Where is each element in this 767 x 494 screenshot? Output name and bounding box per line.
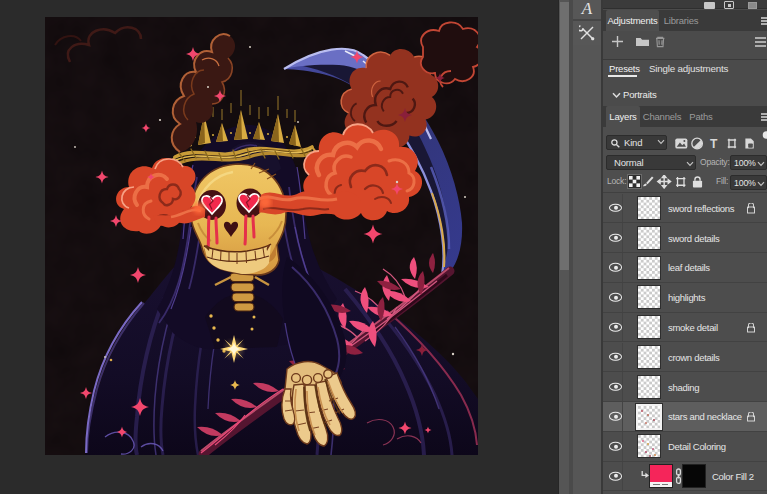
svg-text:T: T — [710, 137, 718, 150]
